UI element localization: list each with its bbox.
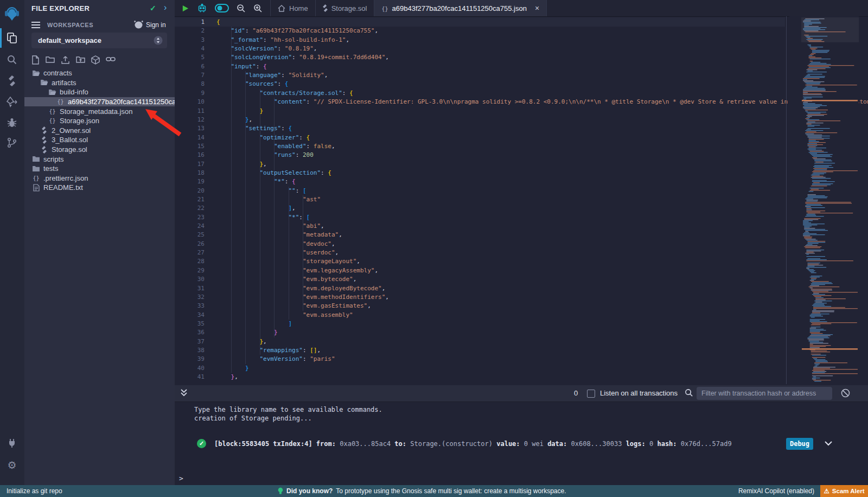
chevron-right-icon[interactable]: › — [164, 3, 167, 12]
listen-all-checkbox[interactable] — [587, 390, 595, 398]
terminal-panel: 0 Listen on all transactions Type the li… — [175, 385, 868, 485]
tree-item-label: .prettierrc.json — [43, 174, 88, 182]
copilot-status[interactable]: RemixAI Copilot (enabled) — [738, 487, 814, 495]
tab-storage-sol[interactable]: Storage.sol — [316, 0, 375, 16]
transaction-filter-input[interactable] — [697, 387, 832, 400]
zoom-in-icon[interactable] — [253, 4, 263, 13]
code-line-27: "userdoc", — [216, 248, 339, 257]
tree-item-label: Storage.sol — [52, 145, 87, 154]
tree-item-label: 2_Owner.sol — [52, 126, 91, 135]
zoom-out-icon[interactable] — [237, 4, 246, 13]
transaction-row[interactable]: ✓ [block:5583405 txIndex:4] from: 0xa03.… — [175, 437, 868, 451]
line-number: 15 — [177, 142, 205, 151]
tree-item-storage-metadata-json[interactable]: {}Storage_metadata.json — [24, 106, 175, 116]
file-explorer-icon[interactable] — [0, 29, 24, 47]
solidity-icon — [40, 136, 49, 144]
line-number: 41 — [177, 373, 205, 381]
close-tab-icon[interactable]: × — [535, 4, 539, 12]
upload-file-icon[interactable] — [61, 55, 70, 65]
line-number: 22 — [177, 204, 205, 213]
tree-item-a69b43f277ba20fcac141151250ca7-[interactable]: {}a69b43f277ba20fcac141151250ca7... — [24, 97, 175, 107]
line-number: 21 — [177, 195, 205, 204]
tree-item-tests[interactable]: tests — [24, 164, 175, 174]
plugin-manager-icon[interactable] — [0, 434, 24, 453]
copilot-toggle-icon[interactable] — [215, 4, 229, 12]
search-icon[interactable] — [0, 50, 24, 69]
terminal-body[interactable]: Type the library name to see available c… — [175, 402, 868, 485]
new-folder-icon[interactable] — [46, 55, 55, 65]
code-line-8: "sources": { — [216, 80, 288, 88]
tree-item-artifacts[interactable]: artifacts — [24, 78, 175, 88]
git-init-link[interactable]: Initialize as git repo — [7, 487, 62, 495]
home-icon — [278, 5, 285, 12]
code-line-5: "solcLongVersion": "0.8.19+commit.7dd6d4… — [216, 53, 389, 62]
tree-item-scripts[interactable]: scripts — [24, 154, 175, 164]
code-line-14: "optimizer": { — [216, 133, 310, 142]
solidity-icon — [323, 4, 328, 12]
tab-a69b43f277ba20fcac141151250ca755-json[interactable]: {}a69b43f277ba20fcac141151250ca755.json× — [374, 0, 547, 16]
panel-title: FILE EXPLORER — [31, 4, 90, 12]
code-line-21: "ast" — [216, 195, 321, 204]
code-line-16: "runs": 200 — [216, 151, 314, 160]
code-line-12: }, — [216, 116, 252, 124]
code-line-11: } — [216, 107, 263, 116]
debugger-icon[interactable] — [0, 113, 24, 132]
clear-console-icon[interactable] — [841, 388, 850, 398]
code-line-36: } — [216, 328, 278, 337]
tree-item-3-ballot-sol[interactable]: 3_Ballot.sol — [24, 135, 175, 145]
workspace-select[interactable]: default_workspace — [31, 33, 167, 48]
new-file-icon[interactable] — [31, 55, 40, 65]
json-icon: {} — [56, 99, 65, 105]
code-line-32: "evm.methodIdentifiers", — [216, 293, 389, 302]
code-editor[interactable]: 1{2 "id": "a69b43f277ba20fcac141151250ca… — [175, 16, 868, 385]
debug-button[interactable]: Debug — [786, 438, 813, 450]
scam-alert-button[interactable]: ⚠ Scam Alert — [820, 485, 868, 497]
listen-all-label: Listen on all transactions — [600, 389, 678, 397]
folder-icon — [31, 156, 41, 162]
line-number: 24 — [177, 222, 205, 231]
line-number: 32 — [177, 293, 205, 302]
tip-text: To prototype using the Gnosis safe multi… — [336, 487, 566, 495]
folder-open-icon — [31, 70, 41, 77]
code-line-40: } — [216, 364, 249, 373]
line-number: 8 — [177, 80, 205, 88]
tree-item-build-info[interactable]: build-info — [24, 87, 175, 97]
tab-home[interactable]: Home — [270, 0, 316, 16]
tree-item-readme-txt[interactable]: README.txt — [24, 183, 175, 193]
tree-item-contracts[interactable]: contracts — [24, 68, 175, 78]
tx-expand-caret-icon[interactable] — [824, 438, 833, 448]
deploy-run-icon[interactable] — [0, 93, 24, 111]
tree-item--prettierrc-json[interactable]: {}.prettierrc.json — [24, 174, 175, 183]
tab-label: a69b43f277ba20fcac141151250ca755.json — [392, 4, 527, 12]
remixai-robot-icon[interactable] — [197, 3, 207, 13]
code-line-15: "enabled": false, — [216, 142, 335, 151]
solidity-compiler-icon[interactable] — [0, 72, 24, 90]
tree-item-storage-json[interactable]: {}Storage.json — [24, 116, 175, 126]
line-number: 19 — [177, 177, 205, 186]
tree-item-2-owner-sol[interactable]: 2_Owner.sol — [24, 126, 175, 136]
settings-gear-icon[interactable]: ⚙ — [0, 456, 24, 474]
lightbulb-icon — [278, 487, 283, 495]
line-number: 12 — [177, 116, 205, 124]
terminal-prompt[interactable]: > — [179, 474, 183, 482]
code-line-28: "storageLayout", — [216, 257, 360, 266]
run-script-icon[interactable] — [181, 4, 189, 12]
did-you-know-tip: Did you know? To prototype using the Gno… — [278, 485, 566, 497]
line-number: 27 — [177, 248, 205, 257]
line-number: 23 — [177, 213, 205, 222]
workspaces-label: WORKSPACES — [47, 22, 93, 28]
upload-folder-icon[interactable] — [76, 55, 85, 65]
expand-terminal-icon[interactable] — [180, 388, 188, 397]
line-number: 16 — [177, 151, 205, 160]
sign-in-link[interactable]: Sign in — [146, 21, 166, 29]
hamburger-menu-icon[interactable] — [31, 21, 40, 29]
tree-item-storage-sol[interactable]: Storage.sol — [24, 145, 175, 155]
main-area: HomeStorage.sol{}a69b43f277ba20fcac14115… — [175, 0, 868, 485]
tree-item-label: tests — [43, 164, 58, 173]
remix-logo-icon[interactable] — [0, 4, 24, 23]
minimap[interactable] — [801, 17, 859, 384]
ipfs-cube-icon[interactable] — [91, 55, 100, 65]
link-icon[interactable] — [106, 55, 116, 65]
code-line-2: "id": "a69b43f277ba20fcac141151250ca755"… — [216, 27, 378, 35]
git-icon[interactable] — [0, 133, 24, 152]
